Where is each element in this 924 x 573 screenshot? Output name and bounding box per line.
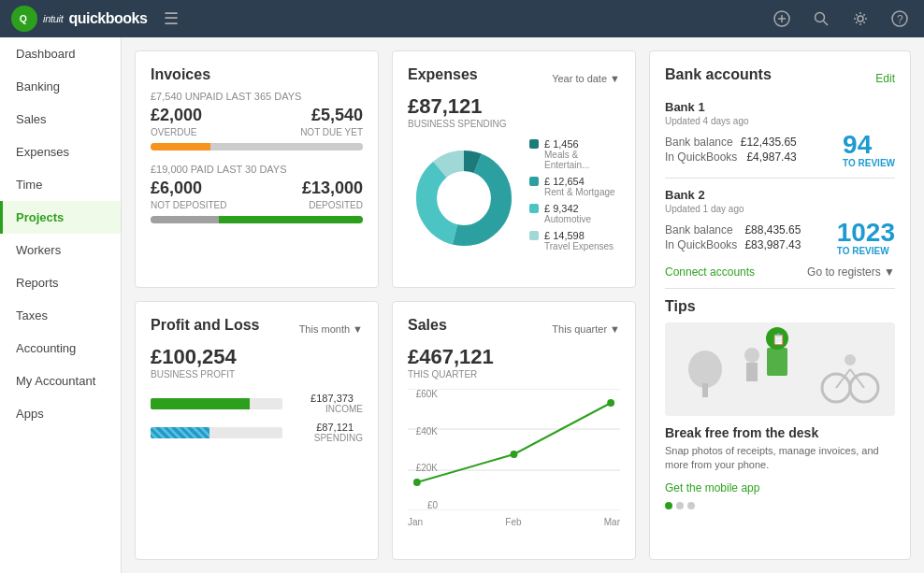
- bank1-section: Bank 1 Updated 4 days ago Bank balance £…: [665, 100, 895, 168]
- income-bar-fill: [151, 398, 250, 409]
- search-icon[interactable]: [808, 6, 834, 32]
- connect-accounts-link[interactable]: Connect accounts: [665, 265, 755, 279]
- goto-registers-link[interactable]: Go to registers ▼: [807, 265, 895, 279]
- svg-point-15: [688, 351, 722, 388]
- chart-labels-y: £60K £40K £20K £0: [408, 389, 441, 510]
- spending-bar-fill: [151, 427, 209, 438]
- bank1-review-block: 94 TO REVIEW: [843, 132, 895, 168]
- sales-filter[interactable]: This quarter ▼: [552, 323, 620, 335]
- profit-amount: £100,254: [151, 345, 363, 369]
- bank1-updated: Updated 4 days ago: [665, 116, 895, 126]
- bank2-info: Bank balance £88,435.65 In QuickBooks £8…: [665, 220, 895, 256]
- sidebar-item-accounting[interactable]: Accounting: [0, 332, 121, 365]
- tips-mobile-link[interactable]: Get the mobile app: [665, 481, 759, 494]
- tips-dot-2: [676, 502, 684, 509]
- sales-header: Sales This quarter ▼: [408, 317, 620, 341]
- legend-dot-4: [529, 231, 539, 240]
- invoice-progress-bar: [151, 143, 363, 150]
- donut-svg: [408, 142, 520, 254]
- deposit-progress-bar: [151, 216, 363, 223]
- bank1-values: Bank balance £12,435.65 In QuickBooks £4…: [665, 136, 797, 165]
- bank2-review-block: 1023 TO REVIEW: [837, 220, 895, 256]
- tips-illustration-svg: 📋: [677, 327, 883, 411]
- top-nav-right: ?: [769, 6, 913, 32]
- bank1-review: 94 TO REVIEW: [843, 132, 895, 168]
- sales-amount: £467,121: [408, 345, 620, 369]
- bank-accounts-card: Bank accounts Edit Bank 1 Updated 4 days…: [649, 50, 911, 560]
- plus-icon[interactable]: [769, 6, 795, 32]
- gear-icon[interactable]: [847, 6, 873, 32]
- sidebar-item-reports[interactable]: Reports: [0, 266, 121, 299]
- svg-text:?: ?: [897, 13, 903, 26]
- sales-chart-container: £60K £40K £20K £0: [408, 389, 620, 529]
- svg-line-6: [824, 21, 829, 26]
- qb-logo-icon: Q: [11, 6, 37, 32]
- sidebar-item-expenses[interactable]: Expenses: [0, 136, 121, 168]
- logo-intuit: intuit: [43, 13, 63, 24]
- bank2-balance-row: Bank balance £88,435.65: [665, 223, 801, 236]
- profit-bars: £187,373 INCOME £87,121 SPENDING: [151, 393, 363, 443]
- sidebar-item-projects[interactable]: Projects: [0, 201, 121, 234]
- expenses-title: Expenses: [408, 66, 478, 83]
- bank1-name: Bank 1: [665, 100, 895, 114]
- tips-divider: [665, 288, 895, 289]
- inv-notdeposited-label: NOT DEPOSITED: [151, 200, 227, 210]
- tips-pagination-dots: [665, 502, 895, 509]
- bank2-review: 1023 TO REVIEW: [837, 220, 895, 256]
- legend-item-2: £ 12,654 Rent & Mortgage: [529, 176, 620, 197]
- expenses-card: Expenses Year to date ▼ £87,121 BUSINESS…: [392, 50, 636, 288]
- legend-dot-3: [529, 204, 539, 213]
- main-layout: Dashboard Banking Sales Expenses Time Pr…: [0, 37, 924, 573]
- sidebar-item-time[interactable]: Time: [0, 168, 121, 201]
- sales-card: Sales This quarter ▼ £467,121 THIS QUART…: [392, 301, 636, 560]
- help-icon[interactable]: ?: [887, 6, 913, 32]
- sidebar-item-my-accountant[interactable]: My Accountant: [0, 365, 121, 397]
- expenses-filter[interactable]: Year to date ▼: [552, 73, 620, 84]
- bank-edit-button[interactable]: Edit: [875, 72, 895, 85]
- inv-deposited-amount: £13,000: [302, 179, 363, 198]
- sidebar-item-workers[interactable]: Workers: [0, 234, 121, 266]
- bank-accounts-header: Bank accounts Edit: [665, 66, 895, 91]
- bank-bottom-links: Connect accounts Go to registers ▼: [665, 265, 895, 279]
- sidebar-item-taxes[interactable]: Taxes: [0, 299, 121, 332]
- legend-item-4: £ 14,598 Travel Expenses: [529, 230, 620, 251]
- main-content: Invoices £7,540 UNPAID LAST 365 DAYS £2,…: [122, 37, 924, 573]
- spending-bar-outer: [151, 427, 282, 438]
- svg-rect-18: [746, 363, 758, 381]
- legend-text-4: £ 14,598 Travel Expenses: [544, 230, 614, 251]
- bank1-balance-row: Bank balance £12,435.65: [665, 136, 797, 149]
- svg-point-17: [744, 348, 759, 363]
- profit-loss-header: Profit and Loss This month ▼: [151, 317, 363, 341]
- legend-text-1: £ 1,456 Meals & Entertain...: [544, 138, 620, 170]
- sidebar-item-dashboard[interactable]: Dashboard: [0, 37, 121, 70]
- inv-deposited-label: DEPOSITED: [309, 200, 363, 210]
- expenses-sublabel: BUSINESS SPENDING: [408, 119, 620, 129]
- expenses-amount: £87,121: [408, 94, 620, 119]
- income-bar-outer: [151, 398, 282, 409]
- sidebar-item-sales[interactable]: Sales: [0, 103, 121, 136]
- expenses-header: Expenses Year to date ▼: [408, 66, 620, 91]
- hamburger-icon[interactable]: ☰: [164, 8, 179, 29]
- inv-overdue-amount: £2,000: [151, 106, 202, 125]
- tips-section: Tips 📋: [665, 298, 895, 509]
- legend-text-3: £ 9,342 Automotive: [544, 203, 591, 224]
- profit-filter[interactable]: This month ▼: [299, 323, 363, 335]
- sales-point-mar: [607, 399, 614, 407]
- invoice-paid-label: £19,000 PAID LAST 30 DAYS: [151, 164, 363, 175]
- bank1-info: Bank balance £12,435.65 In QuickBooks £4…: [665, 132, 895, 168]
- legend-text-2: £ 12,654 Rent & Mortgage: [544, 176, 615, 197]
- donut-chart: [408, 142, 520, 254]
- invoice-deposited-labels: NOT DEPOSITED DEPOSITED: [151, 200, 363, 210]
- sidebar-item-banking[interactable]: Banking: [0, 70, 121, 103]
- expenses-legend: £ 1,456 Meals & Entertain... £ 12,654 Re…: [529, 138, 620, 257]
- tips-dot-1: [665, 502, 672, 509]
- sales-title: Sales: [408, 317, 447, 334]
- bank2-name: Bank 2: [665, 188, 895, 202]
- sidebar-item-apps[interactable]: Apps: [0, 397, 121, 430]
- top-nav-left: Q intuit quickbooks ☰: [11, 6, 179, 32]
- svg-text:📋: 📋: [772, 332, 786, 346]
- bank2-updated: Updated 1 day ago: [665, 204, 895, 214]
- sidebar: Dashboard Banking Sales Expenses Time Pr…: [0, 37, 122, 573]
- svg-point-5: [816, 13, 825, 22]
- deposited-bar: [219, 216, 363, 223]
